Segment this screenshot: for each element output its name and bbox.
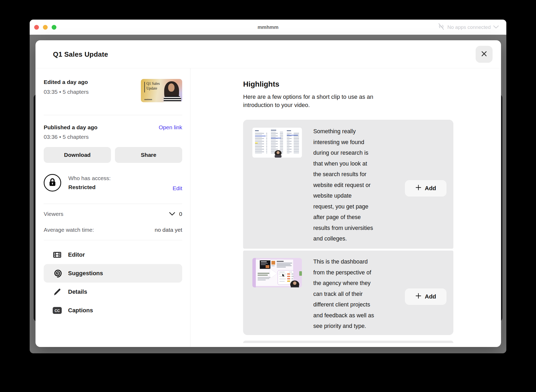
plus-icon [415,184,422,192]
sidebar-item-details[interactable]: Details [44,283,182,301]
access-label: Who has access: [68,175,111,181]
sidebar-item-label: Suggestions [68,270,103,277]
download-button[interactable]: Download [44,147,111,163]
access-text: Who has access: Restricted [68,175,111,190]
edited-row: Edited a day ago 03:35 • 5 chapters Q1 S… [44,79,182,102]
sidebar-item-suggestions[interactable]: Suggestions [44,264,182,283]
film-icon [52,250,62,259]
chevron-down-icon[interactable] [169,211,175,217]
cc-icon: CC [52,306,62,314]
clip-thumbnail-dashboard[interactable] [252,258,302,287]
pencil-icon [52,287,62,296]
app-window: mmhmm No apps connected Q1 Sales Update [30,20,506,353]
watch-time-value: no data yet [155,227,182,233]
sidebar-item-label: Captions [68,307,93,314]
video-thumbnail[interactable]: Q1 Sales Update mmhmm [141,79,182,102]
presenter-shirt [164,96,181,102]
viewers-count-group: 0 [169,211,182,217]
suggestion-card: Something really interesting we found du… [243,120,453,249]
close-modal-button[interactable] [476,46,493,63]
clip-thumbnail-search-results[interactable] [252,128,302,158]
divider [44,115,182,115]
plus-icon [415,293,422,301]
modal-title: Q1 Sales Update [53,50,108,58]
access-row: Who has access: Restricted Edit [44,174,182,191]
titlebar: mmhmm No apps connected [30,20,506,35]
divider [44,204,182,204]
suggestion-cards: Something really interesting we found du… [243,120,453,343]
viewers-label: Viewers [44,211,63,217]
published-meta: 03:36 • 5 chapters [44,134,182,140]
sidebar-item-label: Editor [68,251,85,258]
close-icon [480,50,488,59]
suggestion-text: Something really interesting we found du… [313,126,405,244]
viewers-count: 0 [179,211,182,217]
highlights-heading: Highlights [243,80,501,88]
presenter-face [168,83,175,92]
highlights-intro: Here are a few options for a short clip … [243,93,501,109]
window-title: mmhmm [30,24,506,30]
spiral-icon [52,269,62,278]
access-value: Restricted [68,184,111,190]
edited-meta: 03:35 • 5 chapters [44,89,89,95]
svg-text:CC: CC [55,309,60,313]
add-button-label: Add [425,293,436,300]
add-clip-button[interactable]: Add [405,288,446,305]
modal-body: Edited a day ago 03:35 • 5 chapters Q1 S… [35,68,501,347]
modal-header: Q1 Sales Update [35,40,501,68]
edited-block: Edited a day ago 03:35 • 5 chapters [44,79,89,95]
video-info-sidebar: Edited a day ago 03:35 • 5 chapters Q1 S… [35,68,190,347]
sidebar-item-label: Details [68,288,87,295]
chevron-down-icon [493,24,499,30]
highlights-panel: Highlights Here are a few options for a … [190,68,501,347]
thumbnail-title: Q1 Sales Update [146,81,160,91]
access-info: Who has access: Restricted [44,174,111,191]
published-row: Published a day ago Open link [44,124,182,131]
thumbnail-brand-logo: mmhmm [144,99,152,100]
sidebar-item-captions[interactable]: CC Captions [44,301,182,320]
lock-circle [44,174,61,191]
suggestion-card: This is the dashboard from the perspecti… [243,251,453,335]
add-clip-button[interactable]: Add [405,180,446,197]
edit-access-link[interactable]: Edit [173,185,182,191]
lock-icon [48,177,57,188]
sidebar-item-editor[interactable]: Editor [44,246,182,264]
edited-label: Edited a day ago [44,79,89,85]
thumbnail-accent-bar [144,82,145,92]
suggestion-card-peek [243,341,453,343]
share-button[interactable]: Share [115,147,182,163]
apps-connected-label: No apps connected [447,24,491,30]
broadcast-off-icon [437,23,445,31]
divider [44,240,182,240]
watch-time-row: Average watch time: no data yet [44,227,182,233]
watch-time-label: Average watch time: [44,227,94,233]
add-button-label: Add [425,185,436,192]
open-link[interactable]: Open link [159,124,182,131]
suggestion-text: This is the dashboard from the perspecti… [313,256,405,332]
video-details-modal: Q1 Sales Update Edited a day ago 03:35 •… [35,40,501,347]
sidebar-nav: Editor Suggestions [44,246,182,320]
apps-connected-dropdown[interactable]: No apps connected [437,20,499,35]
published-label: Published a day ago [44,124,97,131]
action-buttons-row: Download Share [44,147,182,163]
viewers-row[interactable]: Viewers 0 [44,211,182,217]
